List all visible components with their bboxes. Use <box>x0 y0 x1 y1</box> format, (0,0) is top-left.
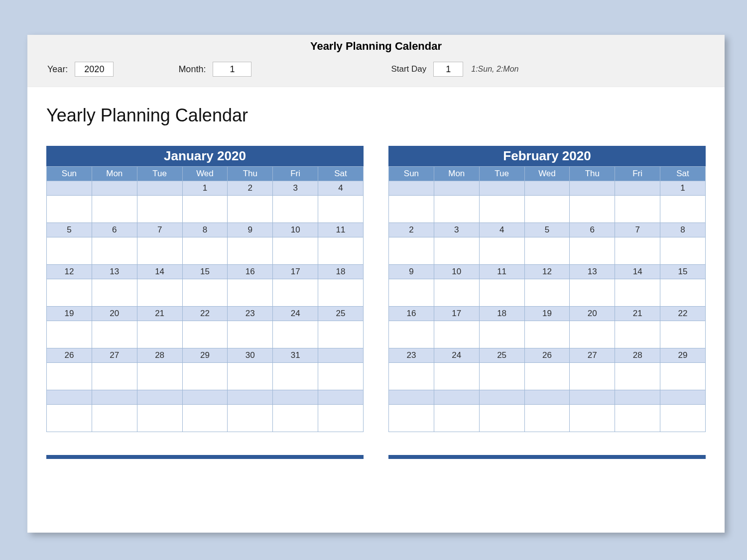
month-input[interactable]: 1 <box>213 62 251 77</box>
note-cell[interactable] <box>570 279 615 307</box>
note-cell[interactable] <box>570 196 615 223</box>
note-cell[interactable] <box>137 405 182 432</box>
day-cell[interactable]: 6 <box>92 223 137 237</box>
note-cell[interactable] <box>228 321 273 348</box>
note-cell[interactable] <box>524 279 570 307</box>
day-cell[interactable]: 29 <box>660 348 706 363</box>
note-cell[interactable] <box>389 237 434 265</box>
note-cell[interactable] <box>615 363 660 390</box>
day-cell[interactable]: 19 <box>524 307 570 321</box>
day-cell[interactable] <box>524 181 570 196</box>
day-cell[interactable]: 19 <box>47 307 92 321</box>
day-cell[interactable] <box>318 348 364 363</box>
day-cell[interactable]: 2 <box>389 223 434 237</box>
note-cell[interactable] <box>137 237 182 265</box>
day-cell[interactable] <box>228 390 273 405</box>
note-cell[interactable] <box>660 405 706 432</box>
day-cell[interactable]: 11 <box>318 223 364 237</box>
day-cell[interactable]: 27 <box>570 348 615 363</box>
note-cell[interactable] <box>47 405 92 432</box>
day-cell[interactable]: 21 <box>137 307 182 321</box>
note-cell[interactable] <box>389 279 434 307</box>
note-cell[interactable] <box>389 405 434 432</box>
note-cell[interactable] <box>660 237 706 265</box>
day-cell[interactable]: 11 <box>479 265 524 279</box>
day-cell[interactable]: 6 <box>570 223 615 237</box>
day-cell[interactable]: 15 <box>660 265 706 279</box>
note-cell[interactable] <box>182 279 228 307</box>
day-cell[interactable]: 7 <box>615 223 660 237</box>
day-cell[interactable]: 13 <box>570 265 615 279</box>
note-cell[interactable] <box>479 321 524 348</box>
note-cell[interactable] <box>570 321 615 348</box>
day-cell[interactable]: 29 <box>182 348 228 363</box>
note-cell[interactable] <box>273 363 318 390</box>
day-cell[interactable]: 30 <box>228 348 273 363</box>
note-cell[interactable] <box>524 321 570 348</box>
day-cell[interactable] <box>615 181 660 196</box>
note-cell[interactable] <box>434 321 479 348</box>
day-cell[interactable] <box>524 390 570 405</box>
note-cell[interactable] <box>434 363 479 390</box>
note-cell[interactable] <box>524 196 570 223</box>
note-cell[interactable] <box>137 196 182 223</box>
day-cell[interactable]: 16 <box>389 307 434 321</box>
note-cell[interactable] <box>615 237 660 265</box>
day-cell[interactable] <box>660 390 706 405</box>
note-cell[interactable] <box>479 279 524 307</box>
day-cell[interactable] <box>273 390 318 405</box>
note-cell[interactable] <box>389 363 434 390</box>
day-cell[interactable] <box>615 390 660 405</box>
day-cell[interactable]: 21 <box>615 307 660 321</box>
day-cell[interactable]: 20 <box>92 307 137 321</box>
note-cell[interactable] <box>182 363 228 390</box>
note-cell[interactable] <box>137 279 182 307</box>
note-cell[interactable] <box>615 321 660 348</box>
note-cell[interactable] <box>479 363 524 390</box>
day-cell[interactable]: 25 <box>479 348 524 363</box>
day-cell[interactable]: 23 <box>389 348 434 363</box>
note-cell[interactable] <box>318 196 364 223</box>
note-cell[interactable] <box>479 237 524 265</box>
note-cell[interactable] <box>660 321 706 348</box>
day-cell[interactable]: 1 <box>660 181 706 196</box>
note-cell[interactable] <box>570 237 615 265</box>
note-cell[interactable] <box>47 196 92 223</box>
day-cell[interactable]: 10 <box>273 223 318 237</box>
day-cell[interactable]: 4 <box>318 181 364 196</box>
day-cell[interactable]: 9 <box>228 223 273 237</box>
note-cell[interactable] <box>92 405 137 432</box>
day-cell[interactable]: 22 <box>660 307 706 321</box>
day-cell[interactable]: 26 <box>524 348 570 363</box>
note-cell[interactable] <box>615 279 660 307</box>
note-cell[interactable] <box>137 321 182 348</box>
note-cell[interactable] <box>434 279 479 307</box>
day-cell[interactable]: 8 <box>660 223 706 237</box>
day-cell[interactable]: 26 <box>47 348 92 363</box>
day-cell[interactable]: 15 <box>182 265 228 279</box>
day-cell[interactable]: 14 <box>615 265 660 279</box>
day-cell[interactable]: 7 <box>137 223 182 237</box>
note-cell[interactable] <box>660 363 706 390</box>
note-cell[interactable] <box>524 405 570 432</box>
note-cell[interactable] <box>389 321 434 348</box>
day-cell[interactable]: 18 <box>318 265 364 279</box>
day-cell[interactable] <box>47 390 92 405</box>
day-cell[interactable]: 10 <box>434 265 479 279</box>
note-cell[interactable] <box>92 363 137 390</box>
year-input[interactable]: 2020 <box>75 62 114 77</box>
note-cell[interactable] <box>660 279 706 307</box>
day-cell[interactable] <box>92 181 137 196</box>
day-cell[interactable] <box>47 181 92 196</box>
note-cell[interactable] <box>182 237 228 265</box>
day-cell[interactable]: 2 <box>228 181 273 196</box>
day-cell[interactable] <box>434 181 479 196</box>
note-cell[interactable] <box>182 405 228 432</box>
note-cell[interactable] <box>318 279 364 307</box>
note-cell[interactable] <box>228 196 273 223</box>
note-cell[interactable] <box>389 196 434 223</box>
note-cell[interactable] <box>524 363 570 390</box>
note-cell[interactable] <box>228 279 273 307</box>
note-cell[interactable] <box>182 196 228 223</box>
day-cell[interactable]: 4 <box>479 223 524 237</box>
